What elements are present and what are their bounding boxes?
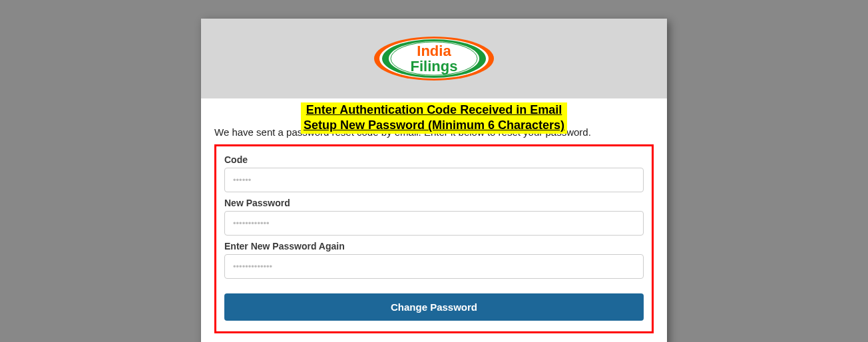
confirm-password-input[interactable]: [224, 254, 644, 279]
new-password-input[interactable]: [224, 211, 644, 236]
reset-form: Code New Password Enter New Password Aga…: [214, 144, 654, 333]
code-label: Code: [224, 154, 644, 165]
confirm-password-label: Enter New Password Again: [224, 241, 644, 252]
card-body: Enter Authentication Code Received in Em…: [201, 98, 667, 342]
code-input[interactable]: [224, 168, 644, 192]
brand-logo: India Filings: [371, 34, 497, 83]
banner-line-2: Setup New Password (Minimum 6 Characters…: [304, 118, 564, 133]
banner-line-1: Enter Authentication Code Received in Em…: [304, 102, 564, 118]
instruction-banner: Enter Authentication Code Received in Em…: [301, 102, 567, 134]
change-password-button[interactable]: Change Password: [224, 293, 644, 321]
card-header: India Filings: [201, 19, 667, 98]
reset-password-card: India Filings Enter Authentication Code …: [201, 19, 667, 342]
new-password-label: New Password: [224, 198, 644, 208]
logo-text-filings: Filings: [411, 59, 458, 74]
logo-text-india: India: [411, 43, 458, 59]
